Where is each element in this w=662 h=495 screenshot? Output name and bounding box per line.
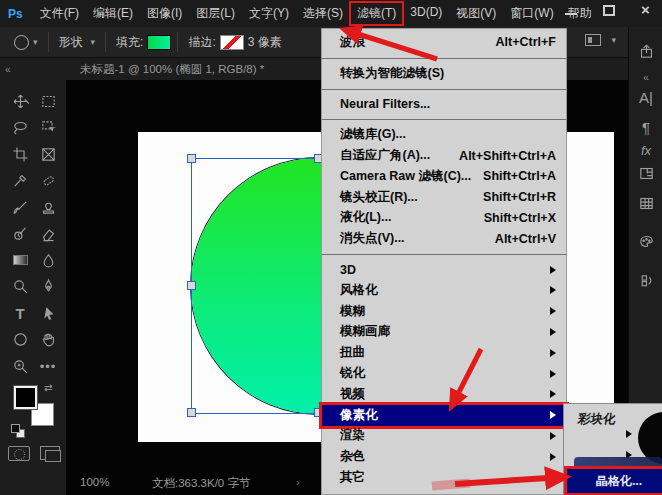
filter-menu-item-模糊[interactable]: 模糊 [322, 301, 566, 322]
menubar-item-9[interactable]: 窗口(W) [503, 2, 560, 25]
eraser-tool-icon[interactable] [34, 221, 62, 248]
edit-toolbar-tool-icon[interactable]: ••• [34, 353, 62, 380]
menu-item-label: 杂色 [340, 448, 544, 465]
blur-tool-icon[interactable] [34, 247, 62, 274]
filter-menu-item-模糊画廊[interactable]: 模糊画廊 [322, 322, 566, 343]
submenu-item-crystallize[interactable]: 晶格化... [567, 469, 662, 493]
hand-tool-icon[interactable] [34, 327, 62, 354]
share-icon[interactable] [629, 43, 662, 63]
path-selection-tool-icon[interactable] [34, 300, 62, 327]
ellipse-shape-tool-icon[interactable] [6, 327, 34, 354]
filter-menu-item-转换为智能滤镜S[interactable]: 转换为智能滤镜(S) [322, 63, 566, 84]
swatches-icon[interactable] [629, 233, 662, 253]
filter-menu-item-3D[interactable]: 3D [322, 259, 566, 280]
filter-menu-item-滤镜库G[interactable]: 滤镜库(G)... [322, 124, 566, 145]
grid-icon[interactable] [629, 195, 662, 215]
chevron-down-icon[interactable]: ▾ [611, 35, 616, 45]
fill-label: 填充: [116, 34, 143, 51]
close-button[interactable]: × [641, 4, 654, 17]
menubar-item-0[interactable]: 文件(F) [33, 2, 86, 25]
menu-item-label: 锐化 [340, 365, 544, 382]
zoom-tool-icon[interactable] [6, 353, 34, 380]
menubar-item-8[interactable]: 视图(V) [449, 2, 503, 25]
status-options-chevron[interactable]: › [296, 476, 300, 488]
marquee-tool-icon[interactable] [34, 88, 62, 115]
toolbar-collapse-icon[interactable]: « [5, 64, 11, 75]
filter-menu-item-消失点V[interactable]: 消失点(V)...Alt+Ctrl+V [322, 228, 566, 249]
ellipse-tool-preset-icon[interactable] [14, 35, 29, 50]
swap-colors-icon[interactable]: ⇄ [44, 382, 52, 393]
eyedropper-tool-icon[interactable] [6, 168, 34, 195]
filter-menu-item-杂色[interactable]: 杂色 [322, 446, 566, 467]
fx-styles-icon[interactable]: fx [629, 143, 662, 158]
filter-menu-item-视频[interactable]: 视频 [322, 384, 566, 405]
filter-menu-item-波浪[interactable]: 波浪Alt+Ctrl+F [322, 32, 566, 53]
submenu-arrow-icon [550, 266, 556, 274]
menu-separator [322, 114, 566, 124]
gradient-tool-icon[interactable] [6, 247, 34, 274]
transform-handle[interactable] [187, 408, 196, 417]
lasso-tool-icon[interactable] [6, 115, 34, 142]
zoom-level-field[interactable]: 100% [80, 476, 109, 488]
healing-brush-tool-icon[interactable] [34, 168, 62, 195]
paragraph-panel-icon[interactable]: ¶ [629, 119, 662, 136]
menu-item-label: 波浪 [340, 34, 496, 51]
foreground-color-swatch[interactable] [14, 386, 37, 409]
filter-menu-item-锐化[interactable]: 锐化 [322, 363, 566, 384]
menubar-item-4[interactable]: 文字(Y) [242, 2, 296, 25]
libraries-icon[interactable] [629, 165, 662, 185]
submenu-item-facet[interactable]: 彩块化 [577, 411, 617, 428]
filter-menu-item-CameraRaw滤镜C[interactable]: Camera Raw 滤镜(C)...Shift+Ctrl+A [322, 166, 566, 187]
filter-menu-item-扭曲[interactable]: 扭曲 [322, 342, 566, 363]
submenu-arrow-icon [550, 286, 556, 294]
tool-mode-select[interactable]: 形状 [59, 34, 83, 51]
filter-menu-item-液化L[interactable]: 液化(L)...Shift+Ctrl+X [322, 208, 566, 229]
history-brush-tool-icon[interactable] [6, 221, 34, 248]
transform-handle[interactable] [187, 154, 196, 163]
filter-menu-item-自适应广角A[interactable]: 自适应广角(A)...Alt+Shift+Ctrl+A [322, 145, 566, 166]
panel-toggle-icon[interactable] [585, 34, 601, 46]
filter-menu-item-风格化[interactable]: 风格化 [322, 280, 566, 301]
stroke-swatch[interactable] [220, 35, 244, 50]
menubar-item-7[interactable]: 3D(D) [403, 2, 449, 25]
menubar: Ps 文件(F)编辑(E)图像(I)图层(L)文字(Y)选择(S)滤镜(T)3D… [0, 0, 662, 27]
crop-tool-icon[interactable] [6, 141, 34, 168]
character-panel-icon[interactable]: A| [629, 89, 662, 106]
menu-item-label: 渲染 [340, 427, 544, 444]
chevron-down-icon[interactable]: ▾ [91, 37, 96, 47]
minimize-button[interactable] [565, 6, 577, 15]
brush-tool-icon[interactable] [6, 194, 34, 221]
dodge-tool-icon[interactable] [6, 274, 34, 301]
menu-separator [322, 249, 566, 259]
submenu-item-crystallize-label: 晶格化... [596, 473, 642, 490]
filter-menu-item-其它[interactable]: 其它 [322, 467, 566, 488]
submenu-arrow-icon [550, 349, 556, 357]
default-colors-icon[interactable] [11, 424, 25, 438]
document-tab[interactable]: 未标题-1 @ 100% (椭圆 1, RGB/8) * [80, 62, 264, 77]
frame-tool-icon[interactable] [34, 141, 62, 168]
menubar-item-1[interactable]: 编辑(E) [86, 2, 140, 25]
filter-menu-item-像素化[interactable]: 像素化 [322, 405, 566, 426]
actions-icon[interactable] [629, 273, 662, 293]
maximize-button[interactable] [603, 5, 615, 16]
pen-tool-icon[interactable] [34, 274, 62, 301]
transform-handle[interactable] [187, 281, 196, 290]
menubar-item-6[interactable]: 滤镜(T) [350, 2, 403, 25]
menubar-item-5[interactable]: 选择(S) [296, 2, 350, 25]
filter-menu-item-NeuralFilters[interactable]: Neural Filters... [322, 94, 566, 115]
chevron-down-icon[interactable]: ▾ [33, 37, 38, 47]
quick-mask-button[interactable] [8, 446, 30, 461]
menubar-item-3[interactable]: 图层(L) [189, 2, 242, 25]
filter-menu-item-渲染[interactable]: 渲染 [322, 426, 566, 447]
menubar-item-2[interactable]: 图像(I) [140, 2, 189, 25]
filter-menu-item-镜头校正R[interactable]: 镜头校正(R)...Shift+Ctrl+R [322, 187, 566, 208]
object-selection-tool-icon[interactable] [34, 115, 62, 142]
fill-swatch[interactable] [147, 35, 171, 50]
type-tool-icon[interactable]: T [6, 300, 34, 327]
collapse-icon[interactable]: « [629, 69, 662, 84]
menu-item-label: 滤镜库(G)... [340, 126, 556, 143]
stroke-width-value[interactable]: 3 像素 [248, 34, 282, 51]
screen-mode-button[interactable] [40, 446, 60, 460]
clone-stamp-tool-icon[interactable] [34, 194, 62, 221]
move-tool-icon[interactable] [6, 88, 34, 115]
